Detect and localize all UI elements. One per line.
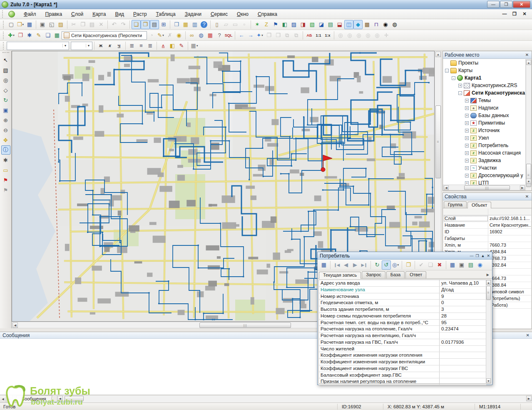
print-all-icon[interactable]: ▫ (240, 20, 249, 29)
tree-item-14[interactable]: +ZЗадвижка (443, 157, 525, 164)
tree-item-3[interactable]: -Карта1 (443, 74, 525, 82)
menu-11[interactable]: Справка (253, 10, 282, 18)
commutation-icon[interactable]: ◫ (344, 20, 353, 29)
tree-item-10[interactable]: +ZИсточник (443, 127, 525, 134)
scale-1-x-icon[interactable]: 1:х (323, 31, 332, 40)
record-field-row[interactable]: Коэффициент изменения нагрузки отопления (319, 352, 486, 359)
stop-calc-icon[interactable]: ◍ (390, 20, 399, 29)
add-layer-icon[interactable]: ✚▾ (7, 31, 16, 40)
tab-messages[interactable]: Сообщения (15, 395, 52, 402)
fly-icon[interactable]: ✦▾ (255, 31, 264, 40)
menu-7[interactable]: Таблица (152, 10, 180, 18)
mdi-minimize-button[interactable]: — (501, 11, 508, 17)
scroll-left-icon[interactable]: ◀ (12, 322, 18, 328)
select-circle-icon[interactable]: ◎ (1, 75, 10, 85)
dropdown-arrow-icon[interactable]: ▾ (22, 23, 24, 26)
tree-item-5[interactable]: -Сети Краснотуринска (443, 89, 525, 97)
save-icon[interactable]: ▦ (25, 20, 34, 29)
switch-scheme-icon[interactable]: ⬓ (335, 20, 344, 29)
print-map-icon[interactable]: ▭ (231, 20, 240, 29)
group-icon[interactable]: ⧉ (283, 31, 292, 40)
tree-item-6[interactable]: +Темы (443, 97, 525, 104)
drop-icon[interactable]: ◆ (353, 20, 363, 29)
hydraulics-icon[interactable]: ◪ (317, 20, 326, 29)
edit-layer-icon[interactable]: ✎ (34, 31, 43, 40)
search-record-icon[interactable]: ◎▾ (391, 260, 400, 270)
print-icon[interactable]: ▣ (38, 20, 47, 29)
bottom-horizontal-scrollbar[interactable]: ◀ ▶ (57, 395, 532, 402)
pan-hand-icon[interactable]: ✥ (1, 135, 10, 145)
dropdown-arrow-icon[interactable]: ▾ (13, 34, 15, 37)
first-record-icon[interactable]: ❙◀ (332, 260, 341, 270)
record-field-row[interactable]: Расчетная нагрузка на отопление, Гкал/ч0… (319, 326, 486, 332)
refresh-map-icon[interactable]: ↻ (1, 95, 10, 105)
labels-ab-icon[interactable]: АБ (305, 31, 314, 40)
workspace-panel-icon[interactable]: ❏ (132, 20, 141, 29)
close-button[interactable]: ✕ (513, 1, 530, 8)
record-field-row[interactable]: Расчетная нагрузка на ГВС, Гкал/ч0.01779… (319, 339, 486, 346)
help-icon[interactable]: ? (201, 21, 207, 28)
source-flag-icon[interactable]: ⚑ (271, 20, 280, 29)
record-field-row[interactable]: Расчетная темп. сет. воды на входе в пот… (319, 320, 486, 326)
report-icon[interactable]: ▯ (212, 20, 221, 29)
tab-Ответ[interactable]: Ответ (405, 271, 426, 278)
add-record-icon[interactable]: ❏ (426, 260, 435, 270)
collapse-icon[interactable]: - (458, 91, 462, 95)
next-record-icon[interactable]: ▶ (351, 260, 360, 270)
expand-icon[interactable]: + (465, 114, 469, 118)
dialog-close-button[interactable]: ✕ (487, 254, 490, 258)
lamp-icon[interactable]: ◉ (174, 31, 184, 40)
start-calc-icon[interactable]: ◉ (381, 20, 390, 29)
record-field-row[interactable]: Номер схемы подключения потребителя28 (319, 313, 486, 320)
copy-record-icon[interactable]: ❐ (404, 260, 413, 270)
record-field-row[interactable]: Расчетная нагрузка на вентиляцию, Гкал/ч (319, 332, 486, 339)
profile-icon[interactable]: ◨ (298, 20, 308, 29)
tab-Запрос[interactable]: Запрос (362, 271, 385, 278)
flag-remove-icon[interactable]: ⚑ (1, 185, 10, 195)
menu-5[interactable]: Вид (110, 10, 129, 18)
properties-panel-icon[interactable]: ❐ (141, 20, 150, 29)
edit-off-icon[interactable]: ◔ (147, 31, 156, 40)
record-field-row[interactable]: Адрес узла вводаул. Чапаева д.10 (319, 280, 486, 287)
tree-vertical-scrollbar[interactable]: ▲ ≡ ▼ (526, 59, 532, 185)
border-style-icon[interactable]: ▦▾ (190, 41, 199, 50)
menu-10[interactable]: Окно (232, 10, 253, 18)
select-arrow-icon[interactable]: ↖ (1, 55, 10, 65)
snap-5-icon[interactable]: ◎ (373, 31, 382, 40)
record-field-row[interactable]: Число жителей (319, 346, 486, 352)
active-layer-combobox[interactable]: Сети Краснотуринска (Перспекти (62, 31, 147, 40)
italic-icon[interactable]: К (105, 41, 114, 50)
record-field-row[interactable]: Признак наличия регулятора на отопление (319, 378, 486, 385)
dialog-minimize-button[interactable]: — (470, 254, 473, 258)
expand-icon[interactable]: + (465, 181, 469, 185)
open-folder-icon[interactable]: ❒▾ (16, 20, 25, 29)
align-left-icon[interactable]: ≣ (127, 41, 137, 50)
mesh-icon[interactable]: ▩ (363, 20, 372, 29)
record-field-row[interactable]: Наименование узлаД/сад (319, 287, 486, 293)
collapse-icon[interactable]: - (452, 76, 455, 80)
tree-item-16[interactable]: +ZДросселирующий у (443, 172, 525, 179)
close-icon[interactable]: ✕ (524, 194, 530, 199)
menu-8[interactable]: Задачи (180, 10, 206, 18)
ungroup-icon[interactable]: ⧉ (292, 31, 301, 40)
table-report-icon[interactable]: ▤ (326, 20, 335, 29)
piezo-graph-icon[interactable]: ▨ (289, 20, 298, 29)
restore-button[interactable]: ❐ (500, 1, 512, 8)
tabs-scroll-right-icon[interactable]: ▶ (485, 271, 491, 278)
expand-icon[interactable]: + (465, 99, 469, 102)
redo-icon[interactable]: ↷ (119, 20, 128, 29)
tree-item-1[interactable]: Проекты (443, 59, 525, 67)
menu-2[interactable]: Правка (41, 10, 67, 18)
web-export-icon[interactable]: ◉ (475, 260, 485, 270)
menu-9[interactable]: Сервис (206, 10, 232, 18)
expand-icon[interactable]: + (465, 121, 469, 125)
new-table-icon[interactable]: ▦ (181, 20, 190, 29)
tab-scroll-left-icon[interactable]: ◀ (0, 395, 6, 402)
sql-icon[interactable]: SQL (224, 31, 233, 40)
scheme-icon[interactable]: ◧ (280, 20, 289, 29)
tab-Текущая запись[interactable]: Текущая запись (319, 272, 361, 279)
excel-export-icon[interactable]: ▤ (466, 260, 475, 270)
zulu-thermo-icon[interactable]: Z (262, 20, 271, 29)
messages-panel-icon[interactable]: ▤ (150, 20, 159, 29)
expand-icon[interactable]: + (458, 84, 462, 88)
